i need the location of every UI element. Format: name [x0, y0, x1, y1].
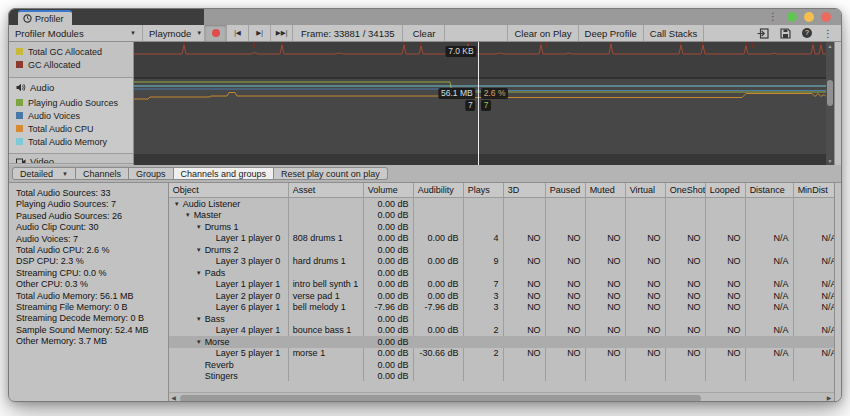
table-row[interactable]: ▼Audio Listener0.00 dB	[169, 198, 834, 210]
table-row[interactable]: Layer 5 player 1morse 10.00 dB-30.66 dB2…	[169, 348, 834, 360]
scroll-right-icon[interactable]: ▶	[824, 393, 834, 402]
column-header-muted[interactable]: Muted	[586, 183, 626, 197]
legend-item[interactable]: GC Allocated	[9, 58, 133, 71]
chevron-down-icon: ▼	[62, 171, 68, 177]
mindist-cell: N/A	[794, 233, 834, 243]
scrollbar-thumb[interactable]	[827, 80, 833, 106]
playmode-dropdown[interactable]: Playmode ▼	[143, 25, 205, 41]
load-profile-icon[interactable]	[757, 28, 769, 39]
table-row[interactable]: Layer 1 player 0808 drums 10.00 dB0.00 d…	[169, 233, 834, 245]
fold-arrow-icon[interactable]: ▼	[174, 201, 183, 207]
table-row[interactable]: Layer 6 player 1bell melody 1-7.96 dB-7.…	[169, 302, 834, 314]
chart-area[interactable]: 7.0 KB 56.1 MB 2.6 % 7 7 ▲ ▼	[134, 42, 834, 165]
save-profile-icon[interactable]	[780, 28, 791, 39]
table-row[interactable]: ▼Drums 10.00 dB	[169, 221, 834, 233]
column-header-oneshot[interactable]: OneShot	[666, 183, 706, 197]
table-row[interactable]: ▼Master0.00 dB	[169, 210, 834, 222]
volume-cell: 0.00 dB	[364, 199, 414, 209]
table-row[interactable]: ▼Bass0.00 dB	[169, 313, 834, 325]
window-options-icon[interactable]: ⋮	[768, 12, 778, 22]
legend-item[interactable]: Audio Voices	[9, 109, 133, 122]
tab-detailed[interactable]: Detailed▼	[12, 167, 76, 180]
table-row[interactable]: Layer 4 player 1bounce bass 10.00 dB0.00…	[169, 325, 834, 337]
chart-vertical-scrollbar[interactable]: ▲ ▼	[826, 42, 834, 165]
traffic-light-green[interactable]	[787, 12, 797, 22]
audibility-cell: -7.96 dB	[414, 302, 464, 312]
column-header-paused[interactable]: Paused	[546, 183, 586, 197]
column-header-distance[interactable]: Distance	[746, 183, 794, 197]
legend-label: Total Audio Memory	[28, 137, 107, 147]
column-header-audibility[interactable]: Audibility	[414, 183, 464, 197]
muted-cell: NO	[586, 256, 626, 266]
clear-button[interactable]: Clear	[403, 25, 445, 41]
deep-profile-toggle[interactable]: Deep Profile	[579, 25, 644, 41]
profiler-toolbar: Profiler Modules ▼ Playmode ▼ |◀ ▶| ▶▶| …	[9, 25, 841, 42]
help-icon[interactable]: ?	[802, 28, 812, 38]
tab-reset-play-count-on-play[interactable]: Reset play count on play	[274, 167, 388, 180]
scrollbar-thumb[interactable]	[180, 395, 701, 402]
object-cell: Layer 1 player 0	[169, 233, 289, 243]
table-row[interactable]: ▼Pads0.00 dB	[169, 267, 834, 279]
kebab-menu-icon[interactable]: ⋮	[823, 28, 833, 39]
table-row[interactable]: Reverb0.00 dB	[169, 359, 834, 371]
traffic-light-yellow[interactable]	[804, 12, 814, 22]
table-row[interactable]: ▼Morse0.00 dB	[169, 336, 834, 348]
column-header-volume[interactable]: Volume	[364, 183, 414, 197]
fold-arrow-icon[interactable]: ▼	[196, 316, 205, 322]
table-row[interactable]: Layer 3 player 0hard drums 10.00 dB0.00 …	[169, 256, 834, 268]
column-header-mindist[interactable]: MinDist	[794, 183, 834, 197]
plays-cell: 2	[464, 325, 504, 335]
tab-groups[interactable]: Groups	[129, 167, 174, 180]
current-frame-button[interactable]: ▶▶|	[271, 25, 293, 41]
profiler-window: Profiler ⋮ Profiler Modules ▼ Playmode ▼	[8, 8, 842, 402]
previous-frame-button[interactable]: |◀	[227, 25, 249, 41]
legend-item[interactable]: Total GC Allocated	[9, 45, 133, 58]
muted-cell: NO	[586, 302, 626, 312]
object-cell: Layer 1 player 1	[169, 279, 289, 289]
column-header-object[interactable]: Object	[169, 183, 289, 197]
scroll-left-icon[interactable]: ◀	[169, 393, 179, 402]
legend-item[interactable]: Total Audio CPU	[9, 122, 133, 135]
table-row[interactable]: ▼Drums 20.00 dB	[169, 244, 834, 256]
column-header-3d[interactable]: 3D	[504, 183, 546, 197]
plays-cell: 3	[464, 291, 504, 301]
table-row[interactable]: Layer 2 player 0verse pad 10.00 dB0.00 d…	[169, 290, 834, 302]
fold-arrow-icon[interactable]: ▼	[196, 339, 205, 345]
tab-channels[interactable]: Channels	[76, 167, 129, 180]
table-row[interactable]: Stingers0.00 dB	[169, 371, 834, 383]
record-button[interactable]	[205, 25, 227, 41]
distance-cell: N/A	[746, 325, 794, 335]
module-video[interactable]: Video	[9, 154, 133, 164]
horizontal-scrollbar[interactable]: ◀ ▶	[169, 392, 834, 402]
scroll-up-icon[interactable]: ▲	[826, 43, 834, 49]
column-header-asset[interactable]: Asset	[289, 183, 364, 197]
distance-cell: N/A	[746, 256, 794, 266]
next-frame-button[interactable]: ▶|	[249, 25, 271, 41]
fold-arrow-icon[interactable]: ▼	[196, 270, 205, 276]
clear-on-play-toggle[interactable]: Clear on Play	[508, 25, 578, 41]
tab-channels-and-groups[interactable]: Channels and groups	[174, 167, 275, 180]
column-header-looped[interactable]: Looped	[706, 183, 746, 197]
fold-arrow-icon[interactable]: ▼	[196, 224, 205, 230]
column-header-virtual[interactable]: Virtual	[626, 183, 666, 197]
object-cell: ▼Audio Listener	[169, 199, 289, 209]
call-stacks-toggle[interactable]: Call Stacks	[644, 25, 705, 41]
fold-arrow-icon[interactable]: ▼	[196, 247, 205, 253]
plays-cell: 7	[464, 279, 504, 289]
module-audio[interactable]: Audio Playing Audio SourcesAudio VoicesT…	[9, 78, 133, 154]
legend-item[interactable]: Playing Audio Sources	[9, 96, 133, 109]
stat-line: Paused Audio Sources: 26	[16, 211, 168, 222]
legend-item[interactable]: Total Audio Memory	[9, 135, 133, 148]
fold-arrow-icon[interactable]: ▼	[185, 212, 194, 218]
column-header-plays[interactable]: Plays	[464, 183, 504, 197]
tab-profiler[interactable]: Profiler	[18, 10, 72, 25]
profiler-modules-dropdown[interactable]: Profiler Modules ▼	[9, 25, 143, 41]
playhead-line[interactable]	[478, 42, 479, 165]
paused-cell: NO	[546, 302, 586, 312]
traffic-light-red[interactable]	[821, 12, 831, 22]
volume-cell: 0.00 dB	[364, 222, 414, 232]
virtual-cell: NO	[626, 348, 666, 358]
desktop: Profiler ⋮ Profiler Modules ▼ Playmode ▼	[0, 0, 850, 416]
table-row[interactable]: Layer 1 player 1intro bell synth 10.00 d…	[169, 279, 834, 291]
scroll-down-icon[interactable]: ▼	[826, 158, 834, 164]
